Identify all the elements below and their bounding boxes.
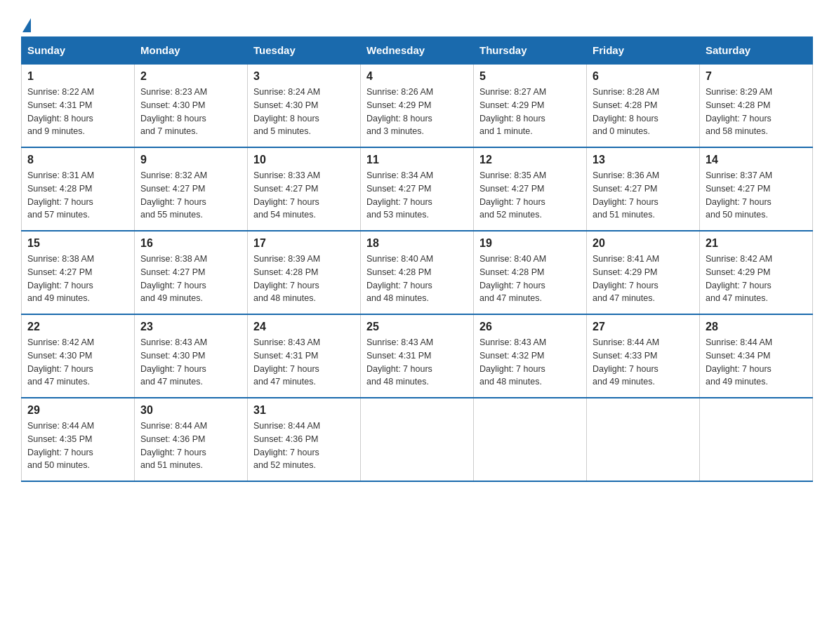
calendar-cell: 20Sunrise: 8:41 AMSunset: 4:29 PMDayligh…: [587, 231, 700, 314]
column-header-monday: Monday: [135, 37, 248, 65]
day-number: 2: [140, 70, 241, 83]
calendar-cell: [700, 398, 813, 481]
day-number: 23: [140, 321, 241, 333]
day-number: 16: [140, 237, 241, 250]
day-number: 29: [27, 404, 128, 417]
day-number: 28: [706, 321, 807, 333]
calendar-cell: 14Sunrise: 8:37 AMSunset: 4:27 PMDayligh…: [700, 147, 813, 231]
day-info: Sunrise: 8:33 AMSunset: 4:27 PMDaylight:…: [253, 169, 355, 222]
column-header-sunday: Sunday: [22, 37, 135, 65]
calendar-cell: 12Sunrise: 8:35 AMSunset: 4:27 PMDayligh…: [474, 147, 587, 231]
header-row: SundayMondayTuesdayWednesdayThursdayFrid…: [22, 37, 813, 65]
day-info: Sunrise: 8:39 AMSunset: 4:28 PMDaylight:…: [253, 253, 355, 305]
calendar-cell: 22Sunrise: 8:42 AMSunset: 4:30 PMDayligh…: [22, 314, 135, 398]
logo: [21, 14, 32, 29]
day-number: 6: [593, 70, 694, 83]
day-number: 5: [479, 70, 581, 83]
day-info: Sunrise: 8:41 AMSunset: 4:29 PMDaylight:…: [593, 253, 694, 305]
day-info: Sunrise: 8:40 AMSunset: 4:28 PMDaylight:…: [479, 253, 581, 305]
day-number: 17: [253, 237, 355, 250]
day-info: Sunrise: 8:43 AMSunset: 4:31 PMDaylight:…: [253, 336, 355, 389]
day-info: Sunrise: 8:26 AMSunset: 4:29 PMDaylight:…: [366, 86, 468, 138]
calendar-cell: 1Sunrise: 8:22 AMSunset: 4:31 PMDaylight…: [22, 64, 135, 147]
day-info: Sunrise: 8:32 AMSunset: 4:27 PMDaylight:…: [140, 169, 241, 222]
day-info: Sunrise: 8:38 AMSunset: 4:27 PMDaylight:…: [27, 253, 128, 305]
column-header-wednesday: Wednesday: [361, 37, 474, 65]
day-info: Sunrise: 8:42 AMSunset: 4:30 PMDaylight:…: [27, 336, 128, 389]
day-info: Sunrise: 8:42 AMSunset: 4:29 PMDaylight:…: [706, 253, 807, 305]
week-row-4: 22Sunrise: 8:42 AMSunset: 4:30 PMDayligh…: [22, 314, 813, 398]
calendar-cell: 16Sunrise: 8:38 AMSunset: 4:27 PMDayligh…: [135, 231, 248, 314]
day-info: Sunrise: 8:22 AMSunset: 4:31 PMDaylight:…: [27, 86, 128, 138]
day-number: 3: [253, 70, 355, 83]
day-info: Sunrise: 8:35 AMSunset: 4:27 PMDaylight:…: [479, 169, 581, 222]
calendar-cell: 7Sunrise: 8:29 AMSunset: 4:28 PMDaylight…: [700, 64, 813, 147]
day-info: Sunrise: 8:27 AMSunset: 4:29 PMDaylight:…: [479, 86, 581, 138]
header: [21, 14, 813, 29]
calendar-cell: [587, 398, 700, 481]
day-number: 26: [479, 321, 581, 333]
week-row-1: 1Sunrise: 8:22 AMSunset: 4:31 PMDaylight…: [22, 64, 813, 147]
day-info: Sunrise: 8:31 AMSunset: 4:28 PMDaylight:…: [27, 169, 128, 222]
calendar-cell: 24Sunrise: 8:43 AMSunset: 4:31 PMDayligh…: [248, 314, 361, 398]
calendar-cell: 8Sunrise: 8:31 AMSunset: 4:28 PMDaylight…: [22, 147, 135, 231]
day-number: 30: [140, 404, 241, 417]
day-info: Sunrise: 8:44 AMSunset: 4:36 PMDaylight:…: [253, 420, 355, 472]
day-info: Sunrise: 8:28 AMSunset: 4:28 PMDaylight:…: [593, 86, 694, 138]
day-number: 31: [253, 404, 355, 417]
day-info: Sunrise: 8:44 AMSunset: 4:36 PMDaylight:…: [140, 420, 241, 472]
calendar-cell: 4Sunrise: 8:26 AMSunset: 4:29 PMDaylight…: [361, 64, 474, 147]
calendar-cell: 9Sunrise: 8:32 AMSunset: 4:27 PMDaylight…: [135, 147, 248, 231]
calendar-table: SundayMondayTuesdayWednesdayThursdayFrid…: [21, 36, 813, 482]
day-info: Sunrise: 8:23 AMSunset: 4:30 PMDaylight:…: [140, 86, 241, 138]
calendar-cell: 25Sunrise: 8:43 AMSunset: 4:31 PMDayligh…: [361, 314, 474, 398]
day-number: 27: [593, 321, 694, 333]
day-number: 10: [253, 154, 355, 166]
calendar-cell: 19Sunrise: 8:40 AMSunset: 4:28 PMDayligh…: [474, 231, 587, 314]
calendar-cell: 10Sunrise: 8:33 AMSunset: 4:27 PMDayligh…: [248, 147, 361, 231]
calendar-cell: 31Sunrise: 8:44 AMSunset: 4:36 PMDayligh…: [248, 398, 361, 481]
calendar-cell: 13Sunrise: 8:36 AMSunset: 4:27 PMDayligh…: [587, 147, 700, 231]
day-number: 12: [479, 154, 581, 166]
calendar-cell: 6Sunrise: 8:28 AMSunset: 4:28 PMDaylight…: [587, 64, 700, 147]
day-info: Sunrise: 8:37 AMSunset: 4:27 PMDaylight:…: [706, 169, 807, 222]
day-number: 20: [593, 237, 694, 250]
calendar-cell: [361, 398, 474, 481]
week-row-5: 29Sunrise: 8:44 AMSunset: 4:35 PMDayligh…: [22, 398, 813, 481]
calendar-cell: 15Sunrise: 8:38 AMSunset: 4:27 PMDayligh…: [22, 231, 135, 314]
column-header-thursday: Thursday: [474, 37, 587, 65]
week-row-3: 15Sunrise: 8:38 AMSunset: 4:27 PMDayligh…: [22, 231, 813, 314]
calendar-cell: 28Sunrise: 8:44 AMSunset: 4:34 PMDayligh…: [700, 314, 813, 398]
day-number: 21: [706, 237, 807, 250]
column-header-friday: Friday: [587, 37, 700, 65]
day-number: 18: [366, 237, 468, 250]
day-info: Sunrise: 8:29 AMSunset: 4:28 PMDaylight:…: [706, 86, 807, 138]
day-number: 15: [27, 237, 128, 250]
day-info: Sunrise: 8:44 AMSunset: 4:33 PMDaylight:…: [593, 336, 694, 389]
calendar-cell: 23Sunrise: 8:43 AMSunset: 4:30 PMDayligh…: [135, 314, 248, 398]
day-number: 8: [27, 154, 128, 166]
week-row-2: 8Sunrise: 8:31 AMSunset: 4:28 PMDaylight…: [22, 147, 813, 231]
calendar-cell: 29Sunrise: 8:44 AMSunset: 4:35 PMDayligh…: [22, 398, 135, 481]
day-number: 22: [27, 321, 128, 333]
day-number: 13: [593, 154, 694, 166]
day-info: Sunrise: 8:40 AMSunset: 4:28 PMDaylight:…: [366, 253, 468, 305]
calendar-cell: 17Sunrise: 8:39 AMSunset: 4:28 PMDayligh…: [248, 231, 361, 314]
day-info: Sunrise: 8:44 AMSunset: 4:35 PMDaylight:…: [27, 420, 128, 472]
calendar-cell: 11Sunrise: 8:34 AMSunset: 4:27 PMDayligh…: [361, 147, 474, 231]
day-info: Sunrise: 8:43 AMSunset: 4:31 PMDaylight:…: [366, 336, 468, 389]
calendar-cell: 21Sunrise: 8:42 AMSunset: 4:29 PMDayligh…: [700, 231, 813, 314]
day-info: Sunrise: 8:36 AMSunset: 4:27 PMDaylight:…: [593, 169, 694, 222]
day-number: 19: [479, 237, 581, 250]
calendar-cell: 30Sunrise: 8:44 AMSunset: 4:36 PMDayligh…: [135, 398, 248, 481]
day-number: 7: [706, 70, 807, 83]
day-number: 14: [706, 154, 807, 166]
column-header-tuesday: Tuesday: [248, 37, 361, 65]
day-info: Sunrise: 8:43 AMSunset: 4:30 PMDaylight:…: [140, 336, 241, 389]
day-number: 24: [253, 321, 355, 333]
calendar-cell: 18Sunrise: 8:40 AMSunset: 4:28 PMDayligh…: [361, 231, 474, 314]
calendar-cell: 3Sunrise: 8:24 AMSunset: 4:30 PMDaylight…: [248, 64, 361, 147]
calendar-cell: 2Sunrise: 8:23 AMSunset: 4:30 PMDaylight…: [135, 64, 248, 147]
calendar-cell: 27Sunrise: 8:44 AMSunset: 4:33 PMDayligh…: [587, 314, 700, 398]
day-info: Sunrise: 8:38 AMSunset: 4:27 PMDaylight:…: [140, 253, 241, 305]
